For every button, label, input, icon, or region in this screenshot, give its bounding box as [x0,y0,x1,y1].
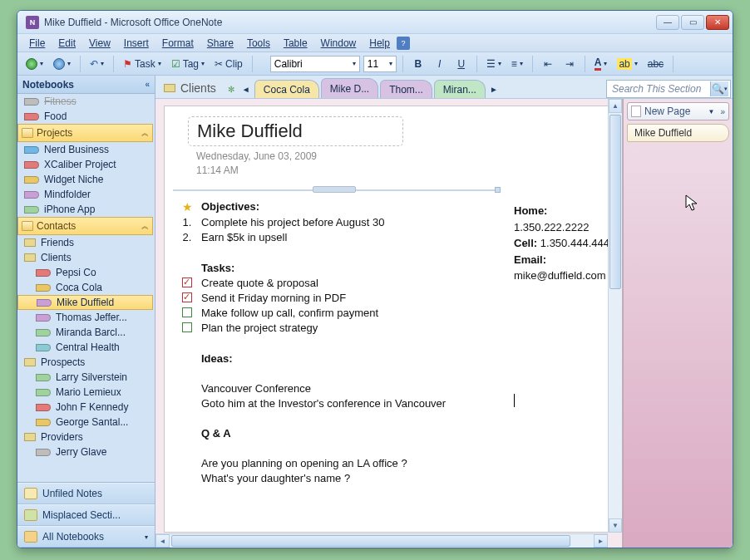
section-item[interactable]: Widget Niche [17,172,153,187]
section-item[interactable]: Jerry Glave [17,445,153,459]
search-icon[interactable]: 🔍▾ [710,81,728,96]
underline-button[interactable]: U [452,55,471,73]
tag-button[interactable]: ☑Tag▾ [168,55,208,73]
menu-format[interactable]: Format [155,36,200,51]
page-title-input[interactable]: Mike Duffield [188,116,403,146]
undo-button[interactable]: ↶▾ [86,55,107,73]
section-item[interactable]: Pepsi Co [17,265,153,280]
bullet-list-button[interactable]: ☰▾ [483,55,505,73]
section-item[interactable]: John F Kennedy [17,400,153,415]
section-tab[interactable]: Thom... [380,80,432,98]
notebook-item[interactable]: Food [17,109,153,124]
menu-share[interactable]: Share [200,36,240,51]
notebook-projects[interactable]: Projects ︽ [17,124,153,142]
scroll-track[interactable] [609,113,622,518]
note-move-handle[interactable] [313,186,356,193]
scroll-thumb[interactable] [171,535,570,547]
section-tab[interactable]: Coca Cola [254,80,319,98]
scroll-tabs-right[interactable]: ► [487,80,501,98]
outdent-button[interactable]: ⇤ [539,55,557,73]
notebooks-icon [24,531,37,543]
section-tab[interactable]: Miran... [434,80,486,98]
scroll-right-button[interactable]: ► [594,534,608,548]
checkbox-icon[interactable] [182,307,192,317]
task-button[interactable]: ⚑Task▾ [120,55,165,73]
bold-button[interactable]: B [409,55,427,73]
highlight-button[interactable]: ab▾ [614,55,640,73]
section-item[interactable]: XCaliber Project [17,157,153,172]
font-name-dropdown[interactable]: Calibri▾ [270,56,360,72]
forward-button[interactable]: ▾ [50,55,74,73]
scroll-down-button[interactable]: ▼ [609,518,622,533]
italic-button[interactable]: I [431,55,449,73]
maximize-button[interactable]: ▭ [681,15,704,30]
indent-button[interactable]: ⇥ [560,55,579,73]
page-date[interactable]: Wednesday, June 03, 2009 [196,150,606,164]
section-item[interactable]: Thomas Jeffer... [17,310,153,325]
horizontal-scrollbar[interactable]: ◄ ► [155,533,608,548]
menu-help[interactable]: Help [363,36,397,51]
expand-icon[interactable]: » [718,107,725,116]
section-tab-active[interactable]: Mike D... [321,78,378,98]
section-item-selected[interactable]: Mike Duffield [17,295,153,310]
section-item[interactable]: George Santal... [17,415,153,430]
section-group-label[interactable]: Clients [157,78,223,98]
menu-table[interactable]: Table [277,36,314,51]
menu-file[interactable]: File [22,36,52,51]
unfiled-notes[interactable]: Unfiled Notes [17,483,155,504]
section-group[interactable]: Providers [17,430,153,445]
section-item[interactable]: Central Health [17,340,153,355]
section-group[interactable]: Friends [17,235,153,250]
section-group[interactable]: Prospects [17,355,153,370]
close-button[interactable]: ✕ [706,15,729,30]
menu-tools[interactable]: Tools [240,36,277,51]
menu-window[interactable]: Window [314,36,363,51]
search-input[interactable]: Search This Section 🔍▾ [606,80,731,98]
text-caret [514,394,515,407]
notebook-contacts[interactable]: Contacts ︽ [17,217,153,235]
section-item[interactable]: iPhone App [17,202,153,217]
number-list-button[interactable]: ≡▾ [508,55,526,73]
note-resize-handle[interactable] [495,187,501,193]
scroll-track[interactable] [170,534,594,548]
all-notebooks[interactable]: All Notebooks▾ [17,526,155,548]
strikethrough-button[interactable]: abc [644,55,667,73]
section-item[interactable]: Mindfolder [17,187,153,202]
checkbox-icon[interactable] [182,292,192,302]
minimize-button[interactable]: — [656,15,679,30]
contact-info-block[interactable]: Home: 1.350.222.2222 Cell: 1.350.444.444… [514,203,621,284]
scroll-tabs-left[interactable]: ◄ [239,80,253,98]
checkbox-icon[interactable] [182,278,192,287]
vertical-scrollbar[interactable]: ▲ ▼ [608,99,622,533]
back-button[interactable]: ▾ [22,55,47,73]
section-group-clients[interactable]: Clients [17,250,153,265]
checkbox-icon[interactable] [182,322,192,332]
menu-insert[interactable]: Insert [117,36,155,51]
scroll-thumb[interactable] [609,115,621,289]
clip-button[interactable]: ✂Clip [211,55,246,73]
page-time[interactable]: 11:14 AM [196,164,606,178]
qa-heading: Q & A [201,426,231,441]
new-section-button[interactable]: ✻ [225,80,238,98]
menu-edit[interactable]: Edit [52,36,82,51]
note-container[interactable]: ★Objectives: 1.Complete his project befo… [173,189,496,494]
font-color-button[interactable]: A▾ [591,55,611,73]
section-item[interactable]: Nerd Business [17,142,153,157]
font-size-dropdown[interactable]: 11▾ [363,56,397,72]
help-icon[interactable]: ? [397,37,410,50]
notebook-item[interactable]: Fitness [17,94,153,109]
search-placeholder: Search This Section [612,83,701,95]
section-item[interactable]: Larry Silverstein [17,370,153,385]
section-item[interactable]: Miranda Barcl... [17,325,153,340]
notebooks-header[interactable]: Notebooks « [17,76,155,94]
section-item[interactable]: Coca Cola [17,280,153,295]
page-tab[interactable]: Mike Duffield [627,124,729,142]
page-surface[interactable]: Mike Duffield Wednesday, June 03, 2009 1… [164,106,622,533]
menu-view[interactable]: View [82,36,117,51]
misplaced-sections[interactable]: Misplaced Secti... [17,504,155,526]
new-page-button[interactable]: New Page ▼ » [627,102,729,120]
scroll-left-button[interactable]: ◄ [155,534,170,548]
scroll-up-button[interactable]: ▲ [609,99,622,113]
section-item[interactable]: Mario Lemieux [17,385,153,400]
contact-email-value: mike@duffield.com [514,269,606,282]
